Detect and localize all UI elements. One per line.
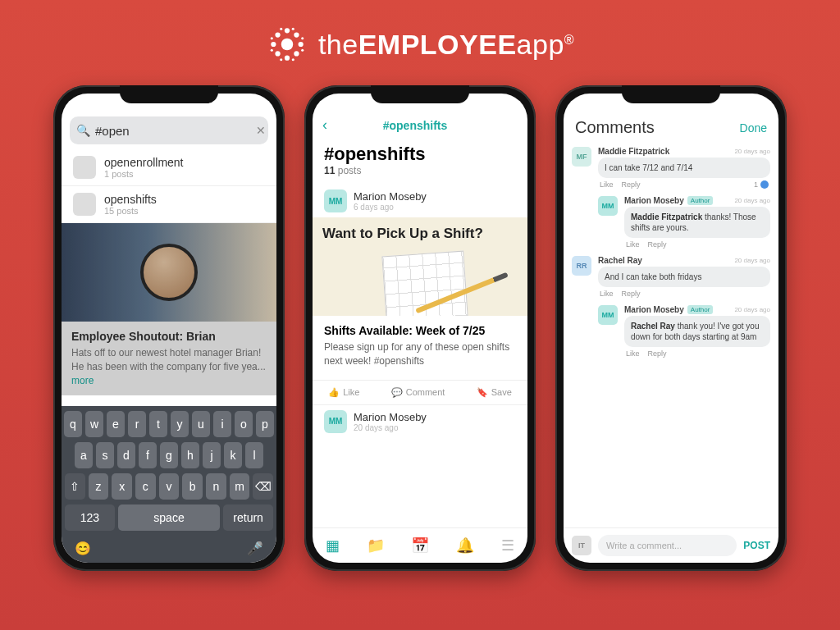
- keyboard: qwertyuiop asdfghjkl ⇧ zxcvbnm ⌫ 123 spa…: [62, 406, 276, 563]
- comment-author[interactable]: Maddie Fitzpatrick: [598, 147, 669, 156]
- phone-search: 🔍 ✕ openenrollment1 posts openshifts15 p…: [53, 85, 285, 571]
- post-actions: 👍 Like 💬 Comment 🔖 Save: [313, 380, 527, 405]
- shift-key[interactable]: ⇧: [65, 473, 85, 500]
- comment-composer: IT Write a comment... POST: [564, 527, 778, 563]
- tab-bell-icon[interactable]: 🔔: [456, 536, 474, 555]
- like-link[interactable]: Like: [626, 240, 640, 249]
- tab-calendar-icon[interactable]: 📅: [411, 536, 429, 555]
- letter-key[interactable]: h: [181, 442, 199, 468]
- letter-key[interactable]: c: [135, 473, 156, 500]
- suggestion-item[interactable]: openenrollment1 posts: [62, 149, 276, 186]
- space-key[interactable]: space: [118, 504, 220, 531]
- letter-key[interactable]: t: [149, 411, 167, 437]
- svg-point-12: [292, 58, 294, 61]
- comment-author[interactable]: Marion Moseby: [624, 305, 684, 314]
- svg-point-1: [285, 28, 290, 33]
- comment-button[interactable]: 💬 Comment: [391, 387, 445, 398]
- letter-key[interactable]: r: [128, 411, 146, 437]
- letter-key[interactable]: u: [192, 411, 210, 437]
- letter-key[interactable]: z: [89, 473, 109, 500]
- letter-key[interactable]: v: [159, 473, 180, 500]
- phone-comments: Comments Done MF Maddie Fitzpatrick 20 d…: [555, 85, 787, 571]
- return-key[interactable]: return: [223, 504, 273, 531]
- suggestion-item[interactable]: openshifts15 posts: [62, 186, 276, 223]
- svg-point-11: [280, 58, 282, 61]
- letter-key[interactable]: e: [107, 411, 125, 437]
- avatar: MM: [598, 196, 618, 216]
- svg-point-4: [298, 42, 303, 47]
- comment-input[interactable]: Write a comment...: [598, 535, 737, 556]
- letter-key[interactable]: y: [171, 411, 189, 437]
- hashtag-header: #openshifts: [324, 144, 516, 165]
- back-icon[interactable]: ‹: [322, 116, 327, 134]
- search-input[interactable]: [95, 124, 251, 138]
- backspace-key[interactable]: ⌫: [253, 473, 273, 500]
- clear-icon[interactable]: ✕: [256, 124, 266, 137]
- reply-link[interactable]: Reply: [648, 240, 667, 249]
- letter-key[interactable]: k: [224, 442, 242, 468]
- more-link[interactable]: more: [71, 375, 94, 386]
- logo-text: theEMPLOYEEapp®: [318, 29, 574, 61]
- svg-point-5: [275, 32, 280, 37]
- nav-title: #openshifts: [383, 119, 448, 132]
- svg-point-7: [275, 51, 280, 56]
- comment-bubble: Maddie Fitzpatrick thanks! Those shifts …: [624, 207, 770, 238]
- comment-bubble: Rachel Ray thank you! I've got you down …: [624, 316, 770, 347]
- svg-point-13: [271, 37, 273, 39]
- svg-point-8: [294, 51, 299, 56]
- tab-bar: ▦ 📁 📅 🔔 ☰: [313, 527, 527, 563]
- svg-point-0: [281, 39, 294, 51]
- avatar: MM: [324, 189, 347, 212]
- reply-link[interactable]: Reply: [648, 349, 667, 358]
- svg-point-2: [285, 56, 290, 61]
- logo-icon: [266, 23, 308, 66]
- letter-key[interactable]: x: [112, 473, 132, 500]
- letter-key[interactable]: i: [213, 411, 231, 437]
- reply-link[interactable]: Reply: [622, 290, 641, 298]
- comment: MM Marion Moseby Author 20 days ago Madd…: [598, 196, 770, 251]
- phone-feed: ‹ #openshifts #openshifts 11 posts MM Ma…: [304, 85, 536, 571]
- save-button[interactable]: 🔖 Save: [477, 387, 512, 398]
- letter-key[interactable]: f: [139, 442, 157, 468]
- post-header[interactable]: MM Marion Moseby6 days ago: [313, 185, 527, 217]
- tab-folder-icon[interactable]: 📁: [367, 536, 385, 555]
- comment-author[interactable]: Marion Moseby: [624, 196, 684, 205]
- post-count: 11 posts: [324, 165, 516, 176]
- tab-home-icon[interactable]: ▦: [326, 536, 340, 555]
- post-title: Employee Shoutout: Brian: [71, 330, 267, 343]
- comment-time: 20 days ago: [734, 148, 770, 155]
- post-image[interactable]: Want to Pick Up a Shift?: [313, 217, 527, 316]
- avatar: RR: [572, 256, 591, 276]
- post-header[interactable]: MM Marion Moseby20 days ago: [313, 405, 527, 438]
- letter-key[interactable]: o: [235, 411, 253, 437]
- letter-key[interactable]: s: [96, 442, 114, 468]
- letter-key[interactable]: j: [203, 442, 221, 468]
- letter-key[interactable]: m: [230, 473, 250, 500]
- letter-key[interactable]: g: [160, 442, 178, 468]
- letter-key[interactable]: q: [64, 411, 82, 437]
- tab-menu-icon[interactable]: ☰: [501, 536, 514, 555]
- letter-key[interactable]: d: [117, 442, 135, 468]
- svg-point-9: [280, 28, 282, 30]
- letter-key[interactable]: p: [256, 411, 274, 437]
- like-button[interactable]: 👍 Like: [328, 387, 359, 398]
- search-bar[interactable]: 🔍 ✕: [70, 116, 268, 144]
- letter-key[interactable]: n: [206, 473, 226, 500]
- emoji-icon[interactable]: 😊: [75, 541, 91, 556]
- reaction-count: 1: [754, 180, 769, 189]
- letter-key[interactable]: w: [85, 411, 103, 437]
- reply-link[interactable]: Reply: [622, 180, 641, 189]
- done-button[interactable]: Done: [740, 121, 767, 135]
- mic-icon[interactable]: 🎤: [247, 541, 263, 556]
- post-button[interactable]: POST: [743, 540, 770, 551]
- post-description: Please sign up for any of these open shi…: [324, 340, 516, 368]
- image-banner-text: Want to Pick Up a Shift?: [322, 226, 483, 242]
- letter-key[interactable]: a: [75, 442, 93, 468]
- letter-key[interactable]: l: [245, 442, 263, 468]
- like-link[interactable]: Like: [626, 349, 640, 358]
- like-link[interactable]: Like: [600, 290, 614, 298]
- comment-author[interactable]: Rachel Ray: [598, 256, 642, 265]
- numbers-key[interactable]: 123: [65, 504, 115, 531]
- like-link[interactable]: Like: [600, 180, 614, 189]
- letter-key[interactable]: b: [182, 473, 203, 500]
